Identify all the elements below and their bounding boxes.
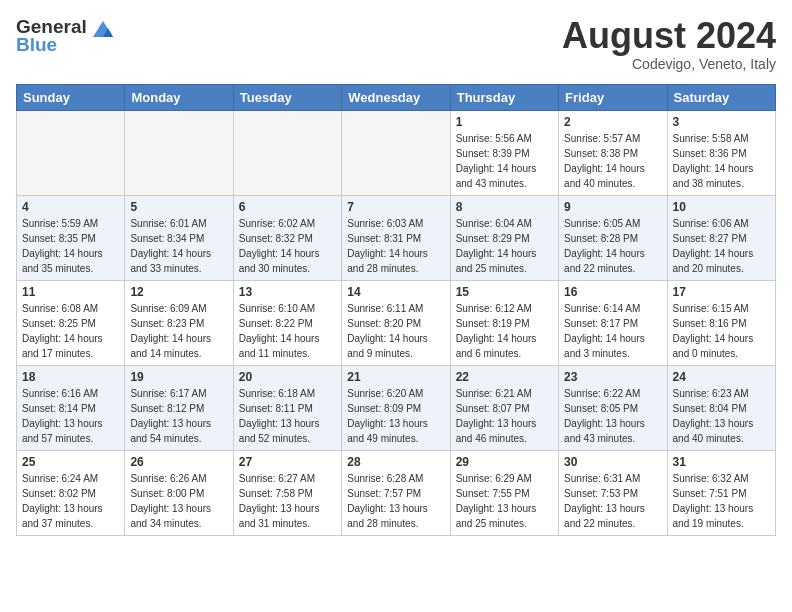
calendar-day-cell: 6 Sunrise: 6:02 AMSunset: 8:32 PMDayligh… xyxy=(233,195,341,280)
calendar-day-cell: 12 Sunrise: 6:09 AMSunset: 8:23 PMDaylig… xyxy=(125,280,233,365)
day-number: 6 xyxy=(239,200,336,214)
calendar-day-cell: 9 Sunrise: 6:05 AMSunset: 8:28 PMDayligh… xyxy=(559,195,667,280)
calendar-day-cell: 23 Sunrise: 6:22 AMSunset: 8:05 PMDaylig… xyxy=(559,365,667,450)
day-info: Sunrise: 6:32 AMSunset: 7:51 PMDaylight:… xyxy=(673,473,754,529)
calendar-header-row: Sunday Monday Tuesday Wednesday Thursday… xyxy=(17,84,776,110)
day-number: 11 xyxy=(22,285,119,299)
day-info: Sunrise: 6:10 AMSunset: 8:22 PMDaylight:… xyxy=(239,303,320,359)
col-saturday: Saturday xyxy=(667,84,775,110)
calendar-day-cell: 20 Sunrise: 6:18 AMSunset: 8:11 PMDaylig… xyxy=(233,365,341,450)
calendar-day-cell: 5 Sunrise: 6:01 AMSunset: 8:34 PMDayligh… xyxy=(125,195,233,280)
day-number: 4 xyxy=(22,200,119,214)
day-info: Sunrise: 6:01 AMSunset: 8:34 PMDaylight:… xyxy=(130,218,211,274)
col-tuesday: Tuesday xyxy=(233,84,341,110)
day-info: Sunrise: 6:15 AMSunset: 8:16 PMDaylight:… xyxy=(673,303,754,359)
col-wednesday: Wednesday xyxy=(342,84,450,110)
calendar-day-cell: 4 Sunrise: 5:59 AMSunset: 8:35 PMDayligh… xyxy=(17,195,125,280)
logo-triangle xyxy=(92,20,114,38)
day-info: Sunrise: 6:03 AMSunset: 8:31 PMDaylight:… xyxy=(347,218,428,274)
day-info: Sunrise: 6:12 AMSunset: 8:19 PMDaylight:… xyxy=(456,303,537,359)
calendar-day-cell: 15 Sunrise: 6:12 AMSunset: 8:19 PMDaylig… xyxy=(450,280,558,365)
day-number: 20 xyxy=(239,370,336,384)
day-info: Sunrise: 5:56 AMSunset: 8:39 PMDaylight:… xyxy=(456,133,537,189)
calendar-day-cell: 21 Sunrise: 6:20 AMSunset: 8:09 PMDaylig… xyxy=(342,365,450,450)
title-area: August 2024 Codevigo, Veneto, Italy xyxy=(562,16,776,72)
day-info: Sunrise: 6:04 AMSunset: 8:29 PMDaylight:… xyxy=(456,218,537,274)
day-number: 14 xyxy=(347,285,444,299)
day-info: Sunrise: 6:11 AMSunset: 8:20 PMDaylight:… xyxy=(347,303,428,359)
day-info: Sunrise: 6:09 AMSunset: 8:23 PMDaylight:… xyxy=(130,303,211,359)
calendar-day-cell xyxy=(342,110,450,195)
day-number: 8 xyxy=(456,200,553,214)
day-info: Sunrise: 6:28 AMSunset: 7:57 PMDaylight:… xyxy=(347,473,428,529)
day-number: 21 xyxy=(347,370,444,384)
day-number: 22 xyxy=(456,370,553,384)
calendar-week-row: 11 Sunrise: 6:08 AMSunset: 8:25 PMDaylig… xyxy=(17,280,776,365)
day-number: 26 xyxy=(130,455,227,469)
day-info: Sunrise: 6:16 AMSunset: 8:14 PMDaylight:… xyxy=(22,388,103,444)
calendar-day-cell: 1 Sunrise: 5:56 AMSunset: 8:39 PMDayligh… xyxy=(450,110,558,195)
logo-blue: Blue xyxy=(16,34,57,55)
day-info: Sunrise: 6:17 AMSunset: 8:12 PMDaylight:… xyxy=(130,388,211,444)
calendar-table: Sunday Monday Tuesday Wednesday Thursday… xyxy=(16,84,776,536)
calendar-day-cell xyxy=(233,110,341,195)
day-info: Sunrise: 5:57 AMSunset: 8:38 PMDaylight:… xyxy=(564,133,645,189)
day-number: 13 xyxy=(239,285,336,299)
calendar-day-cell: 30 Sunrise: 6:31 AMSunset: 7:53 PMDaylig… xyxy=(559,450,667,535)
calendar-day-cell: 3 Sunrise: 5:58 AMSunset: 8:36 PMDayligh… xyxy=(667,110,775,195)
day-info: Sunrise: 6:02 AMSunset: 8:32 PMDaylight:… xyxy=(239,218,320,274)
calendar-day-cell: 17 Sunrise: 6:15 AMSunset: 8:16 PMDaylig… xyxy=(667,280,775,365)
day-number: 5 xyxy=(130,200,227,214)
day-number: 27 xyxy=(239,455,336,469)
day-info: Sunrise: 6:08 AMSunset: 8:25 PMDaylight:… xyxy=(22,303,103,359)
day-number: 15 xyxy=(456,285,553,299)
day-info: Sunrise: 6:31 AMSunset: 7:53 PMDaylight:… xyxy=(564,473,645,529)
day-info: Sunrise: 6:18 AMSunset: 8:11 PMDaylight:… xyxy=(239,388,320,444)
day-info: Sunrise: 5:58 AMSunset: 8:36 PMDaylight:… xyxy=(673,133,754,189)
calendar-week-row: 1 Sunrise: 5:56 AMSunset: 8:39 PMDayligh… xyxy=(17,110,776,195)
day-info: Sunrise: 6:27 AMSunset: 7:58 PMDaylight:… xyxy=(239,473,320,529)
day-number: 2 xyxy=(564,115,661,129)
day-info: Sunrise: 6:29 AMSunset: 7:55 PMDaylight:… xyxy=(456,473,537,529)
col-sunday: Sunday xyxy=(17,84,125,110)
col-thursday: Thursday xyxy=(450,84,558,110)
calendar-day-cell: 28 Sunrise: 6:28 AMSunset: 7:57 PMDaylig… xyxy=(342,450,450,535)
calendar-day-cell: 13 Sunrise: 6:10 AMSunset: 8:22 PMDaylig… xyxy=(233,280,341,365)
calendar-day-cell: 29 Sunrise: 6:29 AMSunset: 7:55 PMDaylig… xyxy=(450,450,558,535)
day-number: 12 xyxy=(130,285,227,299)
day-number: 9 xyxy=(564,200,661,214)
calendar-day-cell: 18 Sunrise: 6:16 AMSunset: 8:14 PMDaylig… xyxy=(17,365,125,450)
calendar-day-cell: 24 Sunrise: 6:23 AMSunset: 8:04 PMDaylig… xyxy=(667,365,775,450)
day-info: Sunrise: 6:14 AMSunset: 8:17 PMDaylight:… xyxy=(564,303,645,359)
day-number: 30 xyxy=(564,455,661,469)
day-number: 16 xyxy=(564,285,661,299)
calendar-week-row: 18 Sunrise: 6:16 AMSunset: 8:14 PMDaylig… xyxy=(17,365,776,450)
day-info: Sunrise: 5:59 AMSunset: 8:35 PMDaylight:… xyxy=(22,218,103,274)
day-number: 28 xyxy=(347,455,444,469)
day-info: Sunrise: 6:05 AMSunset: 8:28 PMDaylight:… xyxy=(564,218,645,274)
day-number: 17 xyxy=(673,285,770,299)
calendar-day-cell: 19 Sunrise: 6:17 AMSunset: 8:12 PMDaylig… xyxy=(125,365,233,450)
day-info: Sunrise: 6:23 AMSunset: 8:04 PMDaylight:… xyxy=(673,388,754,444)
month-title: August 2024 xyxy=(562,16,776,56)
day-number: 23 xyxy=(564,370,661,384)
calendar-week-row: 25 Sunrise: 6:24 AMSunset: 8:02 PMDaylig… xyxy=(17,450,776,535)
day-info: Sunrise: 6:24 AMSunset: 8:02 PMDaylight:… xyxy=(22,473,103,529)
calendar-day-cell: 27 Sunrise: 6:27 AMSunset: 7:58 PMDaylig… xyxy=(233,450,341,535)
calendar-week-row: 4 Sunrise: 5:59 AMSunset: 8:35 PMDayligh… xyxy=(17,195,776,280)
location-text: Codevigo, Veneto, Italy xyxy=(562,56,776,72)
day-number: 18 xyxy=(22,370,119,384)
calendar-day-cell: 11 Sunrise: 6:08 AMSunset: 8:25 PMDaylig… xyxy=(17,280,125,365)
calendar-day-cell xyxy=(17,110,125,195)
day-info: Sunrise: 6:26 AMSunset: 8:00 PMDaylight:… xyxy=(130,473,211,529)
day-info: Sunrise: 6:20 AMSunset: 8:09 PMDaylight:… xyxy=(347,388,428,444)
calendar-day-cell: 7 Sunrise: 6:03 AMSunset: 8:31 PMDayligh… xyxy=(342,195,450,280)
calendar-day-cell: 14 Sunrise: 6:11 AMSunset: 8:20 PMDaylig… xyxy=(342,280,450,365)
page-header: General Blue August 2024 Codevigo, Venet… xyxy=(16,16,776,72)
day-info: Sunrise: 6:21 AMSunset: 8:07 PMDaylight:… xyxy=(456,388,537,444)
calendar-day-cell: 26 Sunrise: 6:26 AMSunset: 8:00 PMDaylig… xyxy=(125,450,233,535)
calendar-day-cell: 2 Sunrise: 5:57 AMSunset: 8:38 PMDayligh… xyxy=(559,110,667,195)
day-number: 19 xyxy=(130,370,227,384)
calendar-day-cell: 31 Sunrise: 6:32 AMSunset: 7:51 PMDaylig… xyxy=(667,450,775,535)
day-info: Sunrise: 6:06 AMSunset: 8:27 PMDaylight:… xyxy=(673,218,754,274)
